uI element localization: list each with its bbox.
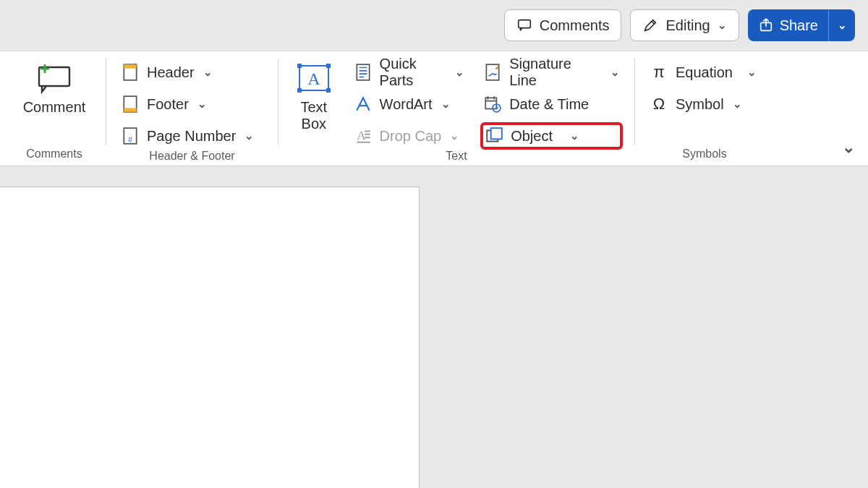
separator — [634, 59, 635, 145]
title-bar-actions: Comments Editing ⌄ Share ⌄ — [0, 0, 868, 51]
chevron-down-icon: ⌄ — [203, 66, 213, 79]
svg-rect-13 — [326, 88, 331, 93]
svg-text:A: A — [307, 69, 320, 88]
group-label: Header & Footer — [118, 150, 266, 163]
share-icon — [758, 17, 774, 33]
group-label: Text — [290, 150, 623, 163]
group-text: A Text Box Quick Parts ⌄ WordArt ⌄ A Dro… — [283, 51, 630, 166]
date-time-icon — [483, 95, 502, 114]
quick-parts-icon — [354, 63, 373, 82]
comment-bubble-icon — [516, 17, 532, 33]
chevron-down-icon: ⌄ — [441, 98, 451, 111]
equation-label: Equation — [676, 64, 733, 81]
svg-rect-21 — [491, 128, 502, 139]
comment-button[interactable]: Comment — [14, 59, 94, 116]
document-page[interactable] — [0, 187, 420, 488]
drop-cap-label: Drop Cap — [380, 128, 442, 145]
share-dropdown[interactable]: ⌄ — [829, 9, 855, 41]
chevron-down-icon: ⌄ — [733, 98, 742, 111]
text-box-label: Text Box — [300, 99, 327, 132]
comments-button-label: Comments — [540, 17, 610, 34]
wordart-icon — [354, 95, 373, 114]
svg-rect-0 — [519, 20, 531, 28]
chevron-down-icon: ⌄ — [838, 19, 847, 32]
header-icon — [121, 63, 140, 82]
svg-rect-4 — [124, 64, 136, 68]
group-body: π Equation ⌄ Ω Symbol ⌄ — [647, 54, 762, 145]
chevron-down-icon: ⌄ — [747, 66, 757, 79]
group-comments: Comment Comments — [7, 51, 101, 166]
group-label: Symbols — [647, 145, 762, 163]
page-number-button[interactable]: # Page Number ⌄ — [118, 122, 257, 150]
group-body: Header ⌄ Footer ⌄ # Page Number ⌄ — [118, 54, 266, 150]
svg-text:#: # — [128, 135, 132, 144]
ribbon: Comment Comments Header ⌄ Footer ⌄ # — [0, 51, 868, 166]
editing-mode-button[interactable]: Editing ⌄ — [630, 9, 739, 41]
group-body: A Text Box Quick Parts ⌄ WordArt ⌄ A Dro… — [290, 54, 623, 150]
editing-mode-label: Editing — [665, 17, 710, 34]
group-label: Comments — [14, 145, 94, 163]
footer-label: Footer — [147, 96, 189, 113]
symbol-button[interactable]: Ω Symbol ⌄ — [647, 90, 760, 118]
collapse-ribbon-button[interactable]: ⌄ — [842, 138, 855, 157]
chevron-down-icon: ⌄ — [197, 98, 207, 111]
object-button[interactable]: Object ⌄ — [480, 122, 623, 150]
share-label: Share — [780, 17, 818, 34]
wordart-label: WordArt — [380, 96, 433, 113]
footer-icon — [121, 95, 140, 114]
omega-icon: Ω — [650, 95, 668, 114]
chevron-down-icon: ⌄ — [718, 19, 727, 32]
symbol-label: Symbol — [676, 96, 724, 113]
equation-button[interactable]: π Equation ⌄ — [647, 59, 760, 86]
drop-cap-icon: A — [354, 127, 373, 145]
chevron-down-icon: ⌄ — [244, 129, 254, 142]
signature-icon — [483, 63, 502, 82]
chevron-down-icon: ⌄ — [570, 129, 579, 142]
chevron-down-icon: ⌄ — [455, 66, 464, 79]
wordart-button[interactable]: WordArt ⌄ — [351, 90, 468, 118]
svg-rect-12 — [297, 88, 302, 93]
chevron-down-icon: ⌄ — [610, 66, 620, 79]
date-time-label: Date & Time — [509, 96, 589, 113]
share-button[interactable]: Share ⌄ — [748, 9, 855, 41]
separator — [278, 59, 278, 145]
text-box-button[interactable]: A Text Box — [290, 59, 338, 150]
pencil-icon — [642, 17, 658, 33]
svg-rect-2 — [39, 67, 69, 86]
object-label: Object — [511, 128, 553, 145]
svg-rect-6 — [124, 108, 136, 111]
object-icon — [485, 127, 503, 145]
new-comment-icon — [35, 63, 74, 95]
comments-button[interactable]: Comments — [504, 9, 622, 41]
signature-line-label: Signature Line — [509, 56, 593, 89]
chevron-down-icon: ⌄ — [842, 138, 855, 156]
header-button[interactable]: Header ⌄ — [118, 59, 257, 86]
chevron-down-icon: ⌄ — [450, 129, 459, 142]
text-box-icon: A — [295, 63, 333, 95]
share-main[interactable]: Share — [748, 9, 829, 41]
svg-rect-11 — [326, 64, 331, 68]
svg-rect-10 — [297, 64, 302, 68]
drop-cap-button[interactable]: A Drop Cap ⌄ — [351, 122, 468, 150]
separator — [106, 59, 106, 145]
footer-button[interactable]: Footer ⌄ — [118, 90, 257, 118]
pi-icon: π — [650, 63, 668, 82]
group-body: Comment — [14, 54, 94, 145]
signature-line-button[interactable]: Signature Line ⌄ — [480, 59, 623, 86]
quick-parts-button[interactable]: Quick Parts ⌄ — [351, 59, 468, 86]
header-label: Header — [147, 64, 195, 81]
svg-rect-18 — [485, 98, 496, 108]
group-header-footer: Header ⌄ Footer ⌄ # Page Number ⌄ Header… — [111, 51, 273, 166]
page-number-label: Page Number — [147, 128, 236, 145]
page-number-icon: # — [121, 127, 140, 145]
date-time-button[interactable]: Date & Time — [480, 90, 623, 118]
group-symbols: π Equation ⌄ Ω Symbol ⌄ Symbols — [639, 51, 770, 166]
comment-label: Comment — [23, 99, 86, 116]
svg-rect-15 — [357, 64, 369, 80]
quick-parts-label: Quick Parts — [380, 56, 447, 89]
